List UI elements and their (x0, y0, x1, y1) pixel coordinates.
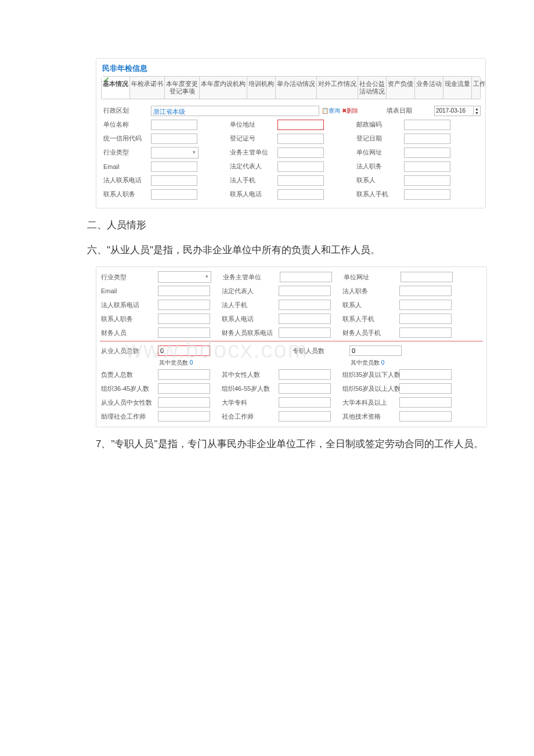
label: 行政区划 (101, 105, 151, 117)
label: 法人手机 (228, 174, 277, 186)
tab-4[interactable]: 培训机构 (247, 77, 276, 99)
input-Email[interactable] (158, 286, 210, 296)
input-法人手机[interactable] (277, 175, 324, 186)
label: 专职人员数 (291, 345, 349, 357)
input-联系人职务[interactable] (158, 314, 210, 324)
label: 法人手机 (221, 299, 279, 311)
input-联系人[interactable] (404, 175, 450, 186)
tab-7[interactable]: 社会公益活动情况 (358, 77, 387, 99)
label: 登记日期 (354, 132, 404, 145)
tab-2[interactable]: 本年度变更登记事项 (165, 77, 200, 99)
input-负责人总数[interactable] (158, 369, 210, 380)
label: 法人联系电话 (100, 299, 158, 311)
tab-3[interactable]: 本年度内设机构 (200, 77, 247, 99)
input-统一信用代码[interactable] (151, 134, 197, 144)
select-行业类型[interactable]: ▾ (151, 147, 199, 159)
input-组织56岁及以上人数[interactable] (399, 383, 452, 394)
input-法人职务[interactable] (399, 286, 452, 296)
input-登记日期[interactable] (404, 134, 450, 144)
input-法定代表人[interactable] (279, 286, 331, 296)
spinner-icon[interactable]: ▲▼ (473, 107, 479, 115)
label: 填表日期 (384, 105, 434, 117)
input-法定代表人[interactable] (277, 161, 324, 172)
label: 行业类型 (101, 146, 151, 159)
input-组织46-55岁人数[interactable] (279, 383, 331, 394)
input-财务人员[interactable] (158, 327, 210, 338)
input-法人联系电话[interactable] (158, 300, 210, 310)
label: 其他技术资格 (341, 411, 399, 423)
input-单位网址[interactable] (400, 272, 453, 282)
date-input[interactable]: 2017-03-16▲▼ (434, 106, 481, 116)
input-专职人员数[interactable] (349, 345, 402, 356)
label: 大学专科 (221, 397, 279, 409)
input-Email[interactable] (151, 161, 197, 172)
select-行业类型[interactable]: ▾ (158, 271, 211, 283)
input-单位名称[interactable] (151, 120, 197, 130)
label: 行业类型 (100, 271, 158, 283)
label: 单位名称 (101, 118, 151, 131)
input-联系人手机[interactable] (399, 314, 452, 324)
input-联系人手机[interactable] (404, 189, 450, 200)
label: 组织46-55岁人数 (221, 383, 279, 395)
label: 联系人手机 (341, 313, 399, 325)
label: 从业人员总数 (100, 345, 158, 357)
label: 统一信用代码 (101, 132, 151, 145)
input-业务主管单位[interactable] (277, 147, 324, 158)
input-大学本科及以上[interactable] (399, 397, 452, 408)
input-从业人员中女性数[interactable] (158, 397, 210, 408)
tab-11[interactable]: 工作总结 (472, 77, 486, 99)
tab-0[interactable]: ✓基本情况 (102, 77, 130, 99)
input-联系人[interactable] (399, 300, 452, 310)
input-单位网址[interactable] (404, 147, 450, 158)
input-其中女性人数[interactable] (279, 369, 331, 380)
input-单位地址[interactable] (277, 120, 324, 130)
chevron-down-icon: ▾ (205, 273, 208, 279)
input-组织35岁及以下人数[interactable] (399, 369, 452, 380)
input-大学专科[interactable] (279, 397, 331, 408)
input-法人手机[interactable] (279, 300, 331, 310)
input-登记证号[interactable] (277, 134, 324, 144)
label: 法人联系电话 (101, 174, 151, 186)
input-从业人员总数[interactable] (158, 345, 210, 356)
label: 联系人 (354, 174, 404, 186)
label: 联系人手机 (354, 188, 404, 200)
label: 登记证号 (228, 132, 277, 145)
label: 单位地址 (228, 118, 277, 131)
input-业务主管单位[interactable] (280, 272, 332, 282)
label: 联系人 (341, 299, 399, 311)
tab-10[interactable]: 现金流量 (443, 77, 472, 99)
input-联系人电话[interactable] (277, 189, 324, 200)
tab-6[interactable]: 对外工作情况 (317, 77, 358, 99)
panel-personnel: www.bdocx.com 行业类型▾业务主管单位单位网址Email法定代表人法… (96, 267, 487, 427)
sub-count: 其中党员数 0 (347, 359, 483, 367)
tab-9[interactable]: 业务活动 (415, 77, 443, 99)
input-邮政编码[interactable] (404, 120, 450, 130)
input-财务人员联系电话[interactable] (279, 327, 331, 338)
tab-5[interactable]: 举办活动情况 (276, 77, 317, 99)
chevron-down-icon: ▾ (193, 149, 196, 155)
label: 联系人职务 (100, 313, 158, 325)
query-link[interactable]: 📋查询 (322, 107, 340, 114)
label: 联系人电话 (221, 313, 279, 325)
delete-link[interactable]: ✖删除 (342, 107, 358, 114)
input-法人职务[interactable] (404, 161, 450, 172)
label: 大学本科及以上 (341, 397, 399, 409)
label: 负责人总数 (100, 369, 158, 381)
input-其他技术资格[interactable] (399, 411, 452, 422)
input-联系人职务[interactable] (151, 189, 197, 200)
label: 业务主管单位 (228, 146, 277, 159)
label: 财务人员 (100, 327, 158, 339)
input-行政区划[interactable]: 浙江省本级 (151, 106, 319, 116)
tab-1[interactable]: 年检承诺书 (130, 77, 165, 99)
input-联系人电话[interactable] (279, 314, 331, 324)
input-社会工作师[interactable] (279, 411, 331, 422)
sub-count: 其中党员数 0 (156, 359, 291, 367)
input-财务人员手机[interactable] (399, 327, 452, 338)
input-法人联系电话[interactable] (151, 175, 197, 186)
input-助理社会工作师[interactable] (158, 411, 210, 422)
input-组织36-45岁人数[interactable] (158, 383, 210, 394)
label: 单位网址 (354, 146, 404, 159)
tab-8[interactable]: 资产负债 (387, 77, 415, 99)
label: 社会工作师 (221, 411, 279, 423)
panel-basic-info: 民非年检信息 ✓基本情况年检承诺书本年度变更登记事项本年度内设机构培训机构举办活… (96, 58, 486, 208)
